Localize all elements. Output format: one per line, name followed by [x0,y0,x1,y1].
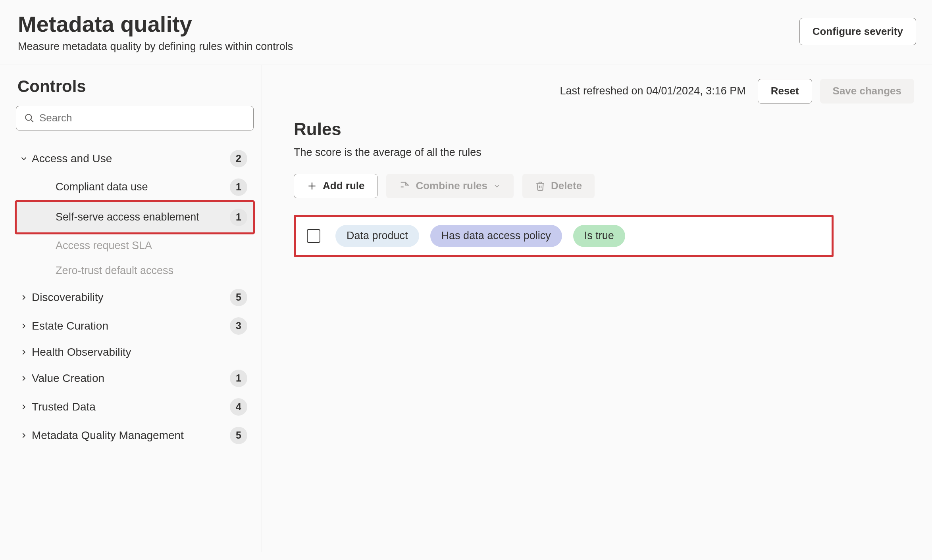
sidebar-group-label: Estate Curation [32,320,230,332]
sidebar-group-estate-curation[interactable]: Estate Curation 3 [16,312,254,340]
page-subtitle: Measure metadata quality by defining rul… [18,40,293,53]
count-badge: 5 [230,289,247,306]
sidebar-group-discoverability[interactable]: Discoverability 5 [16,283,254,312]
controls-heading: Controls [16,77,254,96]
delete-button: Delete [522,174,595,198]
sidebar-item-self-serve-access-enablement[interactable]: Self-serve access enablement 1 [16,201,254,233]
page-header: Metadata quality Measure metadata qualit… [0,0,932,65]
button-label: Add rule [323,180,364,192]
button-label: Combine rules [416,180,487,192]
sidebar-group-metadata-quality-management[interactable]: Metadata Quality Management 5 [16,421,254,450]
rule-row-highlight: Data product Has data access policy Is t… [294,215,834,257]
sidebar-item-access-request-sla[interactable]: Access request SLA [16,233,254,258]
chevron-down-icon [493,182,501,190]
sidebar-group-value-creation[interactable]: Value Creation 1 [16,364,254,393]
search-input[interactable] [39,112,245,124]
sidebar-group-label: Discoverability [32,291,230,304]
rule-actions: Add rule Combine rules Delete [294,174,914,198]
last-refreshed-text: Last refreshed on 04/01/2024, 3:16 PM [560,85,745,97]
reset-button[interactable]: Reset [758,79,812,104]
add-rule-button[interactable]: Add rule [294,174,377,198]
count-badge: 1 [230,209,247,226]
chevron-right-icon [16,348,32,357]
sidebar-group-label: Health Observability [32,346,250,359]
rules-heading: Rules [294,119,914,139]
header-titles: Metadata quality Measure metadata qualit… [18,12,293,53]
button-label: Delete [551,180,582,192]
sidebar-item-label: Compliant data use [56,180,230,194]
search-box[interactable] [16,106,254,130]
sidebar-item-label: Self-serve access enablement [56,210,230,224]
sidebar-group-label: Access and Use [32,152,230,165]
chevron-right-icon [16,431,32,440]
combine-icon [399,180,410,192]
combine-rules-button: Combine rules [386,174,514,198]
chevron-right-icon [16,322,32,330]
sidebar-item-label: Access request SLA [56,239,250,253]
rule-row[interactable]: Data product Has data access policy Is t… [303,225,625,247]
rule-subject-pill[interactable]: Data product [335,225,419,247]
svg-line-1 [31,119,33,122]
sidebar-group-trusted-data[interactable]: Trusted Data 4 [16,393,254,421]
count-badge: 4 [230,398,247,416]
chevron-right-icon [16,403,32,411]
count-badge: 1 [230,370,247,387]
chevron-right-icon [16,293,32,302]
count-badge: 5 [230,427,247,444]
main-area: Controls Access and Use 2 Compliant data… [0,65,932,552]
sidebar-group-label: Metadata Quality Management [32,429,230,442]
rule-predicate-pill[interactable]: Has data access policy [430,225,562,247]
sidebar-item-zero-trust-default-access[interactable]: Zero-trust default access [16,258,254,283]
rules-description: The score is the average of all the rule… [294,146,914,159]
sidebar-group-health-observability[interactable]: Health Observability [16,340,254,364]
page-title: Metadata quality [18,12,293,36]
svg-point-0 [25,114,31,120]
controls-sidebar: Controls Access and Use 2 Compliant data… [0,65,262,552]
chevron-down-icon [16,154,32,163]
rule-value-pill[interactable]: Is true [573,225,625,247]
plus-icon [307,181,317,191]
rules-panel: Last refreshed on 04/01/2024, 3:16 PM Re… [262,65,932,552]
content-toolbar: Last refreshed on 04/01/2024, 3:16 PM Re… [294,79,914,104]
count-badge: 2 [230,150,247,167]
configure-severity-button[interactable]: Configure severity [799,18,916,45]
sidebar-group-access-and-use[interactable]: Access and Use 2 [16,144,254,173]
count-badge: 3 [230,317,247,335]
count-badge: 1 [230,178,247,196]
chevron-right-icon [16,374,32,383]
search-icon [24,113,39,123]
sidebar-group-label: Value Creation [32,372,230,385]
trash-icon [535,181,545,191]
rule-checkbox[interactable] [307,229,320,243]
sidebar-item-compliant-data-use[interactable]: Compliant data use 1 [16,173,254,201]
sidebar-group-label: Trusted Data [32,401,230,413]
save-changes-button: Save changes [820,79,914,104]
sidebar-item-label: Zero-trust default access [56,264,250,278]
